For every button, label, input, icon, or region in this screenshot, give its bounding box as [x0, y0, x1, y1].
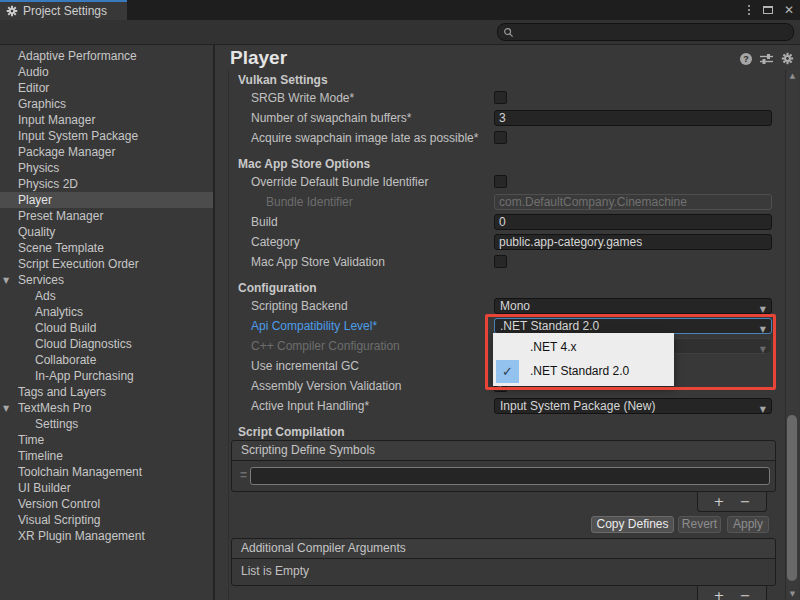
bundle-identifier-input: com.DefaultCompany.Cinemachine [494, 194, 772, 210]
revert-button: Revert [678, 516, 721, 533]
define-symbol-input[interactable] [250, 467, 770, 485]
section-header-vulkan: Vulkan Settings [229, 72, 780, 88]
setting-label: SRGB Write Mode* [251, 91, 354, 105]
sidebar-item-cloud-build[interactable]: Cloud Build [0, 320, 213, 336]
compiler-args-list-controls: + − [697, 586, 767, 600]
setting-label: Assembly Version Validation [251, 379, 402, 393]
scroll-up-icon[interactable]: ▲ [786, 72, 799, 80]
vertical-scrollbar[interactable]: ▲ ▼ [785, 70, 799, 600]
close-icon[interactable]: ✕ [784, 4, 794, 16]
title-bar: Project Settings ✕ [0, 0, 800, 20]
sidebar-item-physics[interactable]: Physics [0, 160, 213, 176]
help-icon[interactable]: ? [740, 53, 752, 65]
presets-icon[interactable] [760, 53, 773, 65]
sidebar-item-visual-scripting[interactable]: Visual Scripting [0, 512, 213, 528]
section-header-configuration: Configuration [229, 280, 780, 296]
list-header: Scripting Define Symbols [232, 441, 775, 461]
setting-row-build: Build 0 [229, 212, 778, 232]
build-input[interactable]: 0 [494, 214, 772, 230]
gear-icon [6, 5, 18, 17]
setting-label: Number of swapchain buffers* [251, 111, 412, 125]
page-title: Player [230, 47, 287, 69]
setting-label: Acquire swapchain image late as possible… [251, 131, 478, 145]
remove-button[interactable]: − [740, 495, 751, 508]
sidebar-item-cloud-diagnostics[interactable]: Cloud Diagnostics [0, 336, 213, 352]
setting-label: Scripting Backend [251, 299, 348, 313]
sidebar-item-preset-manager[interactable]: Preset Manager [0, 208, 213, 224]
srgb-write-mode-checkbox[interactable] [494, 91, 507, 104]
search-input[interactable] [514, 25, 774, 39]
sidebar-item-services[interactable]: ▼Services [0, 272, 213, 288]
scrollbar-thumb[interactable] [787, 415, 797, 581]
sidebar-item-toolchain-management[interactable]: Toolchain Management [0, 464, 213, 480]
gear-icon[interactable] [781, 52, 794, 65]
copy-defines-button[interactable]: Copy Defines [591, 516, 674, 533]
search-icon [503, 27, 514, 38]
setting-row-override-bundle-id: Override Default Bundle Identifier [229, 172, 778, 192]
setting-row-category: Category public.app-category.games [229, 232, 778, 252]
sidebar-item-analytics[interactable]: Analytics [0, 304, 213, 320]
setting-row-bundle-identifier: Bundle Identifier com.DefaultCompany.Cin… [229, 192, 778, 212]
acquire-swapchain-checkbox[interactable] [494, 131, 507, 144]
sidebar-item-timeline[interactable]: Timeline [0, 448, 213, 464]
setting-label: Use incremental GC [251, 359, 359, 373]
add-button[interactable]: + [713, 589, 724, 600]
mac-validation-checkbox[interactable] [494, 255, 507, 268]
additional-compiler-arguments-box: Additional Compiler Arguments List is Em… [231, 538, 776, 586]
settings-sidebar: Adaptive Performance Audio Editor Graphi… [0, 45, 213, 600]
empty-list-label: List is Empty [232, 559, 775, 585]
sidebar-item-adaptive-performance[interactable]: Adaptive Performance [0, 48, 213, 64]
sidebar-item-time[interactable]: Time [0, 432, 213, 448]
sidebar-item-graphics[interactable]: Graphics [0, 96, 213, 112]
tab-title: Project Settings [23, 4, 107, 18]
active-input-handling-dropdown[interactable]: Input System Package (New)▼ [494, 398, 772, 414]
project-settings-window: Project Settings ✕ Adaptive Performance … [0, 0, 800, 600]
sidebar-item-tags-and-layers[interactable]: Tags and Layers [0, 384, 213, 400]
sidebar-item-in-app-purchasing[interactable]: In-App Purchasing [0, 368, 213, 384]
window-menu-icon[interactable] [748, 9, 750, 11]
sidebar-item-ads[interactable]: Ads [0, 288, 213, 304]
maximize-icon[interactable] [763, 6, 773, 14]
sidebar-item-quality[interactable]: Quality [0, 224, 213, 240]
foldout-icon[interactable]: ▼ [3, 401, 9, 417]
sidebar-item-xr-plugin-management[interactable]: XR Plugin Management [0, 528, 213, 544]
setting-label: Api Compatibility Level* [251, 319, 377, 333]
sidebar-item-scene-template[interactable]: Scene Template [0, 240, 213, 256]
sidebar-item-input-system-package[interactable]: Input System Package [0, 128, 213, 144]
sidebar-item-audio[interactable]: Audio [0, 64, 213, 80]
sidebar-item-collaborate[interactable]: Collaborate [0, 352, 213, 368]
setting-label: Category [251, 235, 300, 249]
scripting-backend-dropdown[interactable]: Mono▼ [494, 298, 772, 314]
sidebar-item-tmp-settings[interactable]: Settings [0, 416, 213, 432]
sidebar-item-input-manager[interactable]: Input Manager [0, 112, 213, 128]
sidebar-item-player[interactable]: Player [0, 192, 213, 208]
sidebar-item-version-control[interactable]: Version Control [0, 496, 213, 512]
chevron-down-icon: ▼ [760, 402, 766, 417]
list-header: Additional Compiler Arguments [232, 539, 775, 559]
add-button[interactable]: + [713, 495, 724, 508]
scroll-down-icon[interactable]: ▼ [786, 590, 799, 598]
sidebar-item-editor[interactable]: Editor [0, 80, 213, 96]
remove-button[interactable]: − [740, 589, 751, 600]
section-header-script-compilation: Script Compilation [229, 424, 780, 440]
sidebar-item-textmesh-pro[interactable]: ▼TextMesh Pro [0, 400, 213, 416]
setting-row-acquire-swapchain: Acquire swapchain image late as possible… [229, 128, 778, 148]
drag-handle-icon[interactable]: = [240, 468, 247, 482]
setting-label: Override Default Bundle Identifier [251, 175, 428, 189]
sidebar-item-package-manager[interactable]: Package Manager [0, 144, 213, 160]
sidebar-item-script-execution-order[interactable]: Script Execution Order [0, 256, 213, 272]
sidebar-item-ui-builder[interactable]: UI Builder [0, 480, 213, 496]
swapchain-buffers-input[interactable]: 3 [494, 110, 772, 126]
foldout-icon[interactable]: ▼ [3, 273, 9, 289]
setting-row-scripting-backend: Scripting Backend Mono▼ [229, 296, 778, 316]
scripting-define-symbols-box: Scripting Define Symbols = [231, 440, 776, 492]
category-input[interactable]: public.app-category.games [494, 234, 772, 250]
setting-row-srgb-write-mode: SRGB Write Mode* [229, 88, 778, 108]
section-header-mac-app-store: Mac App Store Options [229, 156, 780, 172]
search-box[interactable] [497, 23, 794, 41]
override-bundle-id-checkbox[interactable] [494, 175, 507, 188]
setting-row-active-input-handling: Active Input Handling* Input System Pack… [229, 396, 778, 416]
tab-project-settings[interactable]: Project Settings [0, 0, 127, 20]
sidebar-item-physics-2d[interactable]: Physics 2D [0, 176, 213, 192]
setting-label: Build [251, 215, 278, 229]
